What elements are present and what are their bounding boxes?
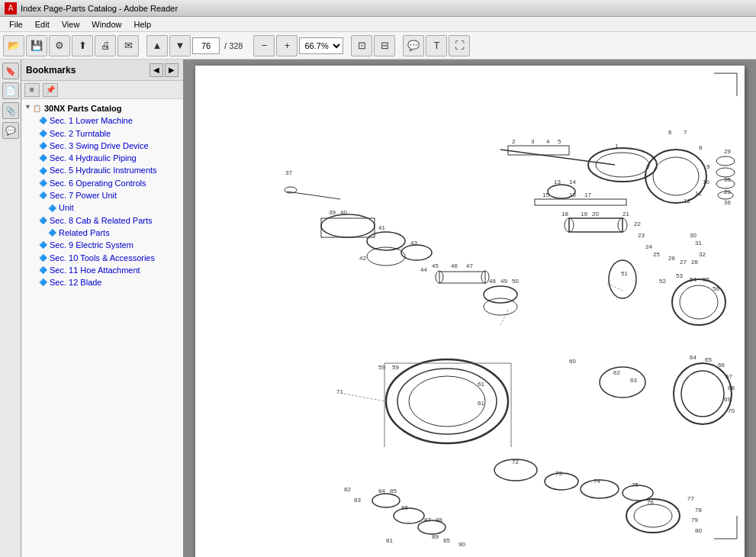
- menu-bar: File Edit View Window Help: [0, 17, 756, 32]
- bookmark-sec7-unit[interactable]: 🔷 Unit: [21, 201, 183, 214]
- panel-nav-right[interactable]: ▶: [165, 63, 179, 77]
- page-number-input[interactable]: [192, 37, 220, 54]
- bookmark-label-sec9: Sec. 9 Electric System: [50, 240, 134, 250]
- menu-view[interactable]: View: [56, 18, 86, 31]
- bookmarks-options-button[interactable]: ≡: [24, 83, 40, 97]
- text-tool-button[interactable]: T: [426, 35, 447, 56]
- bookmark-label-sec11: Sec. 11 Hoe Attachment: [50, 265, 140, 275]
- svg-text:65: 65: [705, 356, 712, 363]
- bookmark-root-label: 30NX Parts Catalog: [44, 103, 121, 114]
- bookmark-sec7[interactable]: 🔷 Sec. 7 Power Unit: [21, 189, 183, 201]
- pages-icon-button[interactable]: 📄: [2, 82, 19, 99]
- comments-icon-button[interactable]: 💬: [2, 122, 19, 139]
- pdf-viewer-area[interactable]: 37 39 40 41 42 43 44: [183, 60, 756, 557]
- zoom-select[interactable]: 66.7% 50% 75% 100% 125% 150% 200%: [299, 37, 343, 54]
- upload-button[interactable]: ⬆: [72, 35, 93, 56]
- svg-text:78: 78: [695, 507, 702, 514]
- parts-diagram: 37 39 40 41 42 43 44: [195, 66, 745, 557]
- svg-text:42: 42: [359, 255, 366, 262]
- svg-text:23: 23: [638, 232, 645, 239]
- print-button[interactable]: 🖨: [95, 35, 116, 56]
- bookmark-sec12[interactable]: 🔷 Sec. 12 Blade: [21, 276, 183, 288]
- svg-text:70: 70: [728, 407, 735, 414]
- fit-width-button[interactable]: ⊟: [374, 35, 395, 56]
- svg-text:75: 75: [632, 481, 639, 488]
- svg-text:46: 46: [451, 262, 458, 269]
- bookmarks-icon-button[interactable]: 🔖: [2, 63, 19, 79]
- svg-text:15: 15: [542, 192, 549, 198]
- svg-text:63: 63: [630, 377, 637, 384]
- app-icon: A: [5, 2, 17, 14]
- svg-text:89: 89: [432, 533, 439, 540]
- bookmark-label-sec4: Sec. 4 Hydraulic Piping: [50, 153, 137, 163]
- svg-text:79: 79: [691, 517, 698, 523]
- bookmarks-extra-button[interactable]: 📌: [43, 83, 58, 97]
- svg-text:2: 2: [512, 138, 516, 145]
- svg-rect-0: [195, 66, 745, 557]
- svg-text:81: 81: [386, 537, 393, 544]
- unknown-button-1[interactable]: ⚙: [49, 35, 70, 56]
- prev-page-button[interactable]: ▲: [146, 35, 168, 56]
- toolbar: 📂 💾 ⚙ ⬆ 🖨 ✉ ▲ ▼ / 328 − + 66.7% 50% 75% …: [0, 32, 756, 60]
- bookmark-sec8[interactable]: 🔷 Sec. 8 Cab & Related Parts: [21, 214, 183, 227]
- bookmark-label-related: Related Parts: [59, 227, 110, 238]
- bookmark-sec5[interactable]: 🔷 Sec. 5 Hydraulic Instruments: [21, 164, 183, 176]
- svg-text:59: 59: [392, 364, 399, 371]
- zoom-out-button[interactable]: −: [253, 35, 275, 56]
- bookmarks-toolbar: ≡ 📌: [21, 81, 183, 99]
- bookmark-sec9[interactable]: 🔷 Sec. 9 Electric System: [21, 239, 183, 251]
- svg-text:52: 52: [659, 278, 666, 285]
- menu-window[interactable]: Window: [85, 18, 127, 31]
- svg-text:43: 43: [410, 240, 417, 246]
- svg-text:21: 21: [622, 211, 629, 217]
- bookmark-sec8-related[interactable]: 🔷 Related Parts: [21, 227, 183, 239]
- svg-text:17: 17: [584, 192, 591, 198]
- fit-page-button[interactable]: ⊡: [351, 35, 372, 56]
- svg-text:74: 74: [594, 478, 600, 485]
- svg-text:69: 69: [724, 396, 731, 403]
- svg-text:73: 73: [555, 470, 562, 477]
- svg-text:24: 24: [645, 243, 652, 250]
- open-button[interactable]: 📂: [3, 35, 24, 56]
- menu-edit[interactable]: Edit: [29, 18, 56, 31]
- bookmark-icon-sec5: 🔷: [38, 166, 47, 175]
- fullscreen-button[interactable]: ⛶: [449, 35, 470, 56]
- bookmark-sec2[interactable]: 🔷 Sec. 2 Turntable: [21, 127, 183, 140]
- svg-text:7: 7: [684, 129, 687, 136]
- svg-text:67: 67: [725, 373, 732, 380]
- svg-text:64: 64: [690, 354, 696, 361]
- menu-file[interactable]: File: [3, 18, 29, 31]
- save-button[interactable]: 💾: [26, 35, 47, 56]
- email-button[interactable]: ✉: [117, 35, 139, 56]
- comment-button[interactable]: 💬: [403, 35, 424, 56]
- bookmark-label-sec10: Sec. 10 Tools & Accessories: [50, 253, 155, 263]
- main-area: 🔖 📄 📎 💬 Bookmarks ◀ ▶ ≡ 📌 ▼ 📋 30NX Parts…: [0, 60, 756, 557]
- next-page-button[interactable]: ▼: [169, 35, 191, 56]
- menu-help[interactable]: Help: [127, 18, 157, 31]
- bookmark-sec3[interactable]: 🔷 Sec. 3 Swing Drive Device: [21, 140, 183, 152]
- bookmark-icon-sec11: 🔷: [38, 266, 47, 275]
- window-title: Index Page-Parts Catalog - Adobe Reader: [21, 4, 178, 13]
- bookmark-label-sec8: Sec. 8 Cab & Related Parts: [50, 215, 153, 226]
- bookmark-root[interactable]: ▼ 📋 30NX Parts Catalog: [21, 102, 183, 114]
- svg-text:90: 90: [458, 541, 465, 548]
- attachments-icon-button[interactable]: 📎: [2, 102, 19, 119]
- bookmark-sec4[interactable]: 🔷 Sec. 4 Hydraulic Piping: [21, 152, 183, 164]
- zoom-in-button[interactable]: +: [276, 35, 298, 56]
- bookmarks-header: Bookmarks ◀ ▶: [21, 60, 183, 81]
- bookmark-sec10[interactable]: 🔷 Sec. 10 Tools & Accessories: [21, 252, 183, 264]
- panel-nav-left[interactable]: ◀: [150, 63, 163, 77]
- expand-icon[interactable]: ▼: [24, 103, 31, 112]
- svg-text:10: 10: [703, 179, 709, 185]
- bookmarks-panel: Bookmarks ◀ ▶ ≡ 📌 ▼ 📋 30NX Parts Catalog…: [21, 60, 183, 557]
- bookmark-sec6[interactable]: 🔷 Sec. 6 Operating Controls: [21, 177, 183, 189]
- svg-text:77: 77: [687, 495, 694, 502]
- bookmark-sec11[interactable]: 🔷 Sec. 11 Hoe Attachment: [21, 264, 183, 276]
- svg-text:68: 68: [728, 385, 735, 391]
- svg-text:11: 11: [695, 190, 702, 197]
- svg-text:60: 60: [569, 358, 576, 365]
- svg-text:12: 12: [684, 198, 690, 204]
- svg-text:13: 13: [554, 179, 561, 185]
- svg-text:71: 71: [336, 388, 343, 395]
- bookmark-sec1[interactable]: 🔷 Sec. 1 Lower Machine: [21, 114, 183, 127]
